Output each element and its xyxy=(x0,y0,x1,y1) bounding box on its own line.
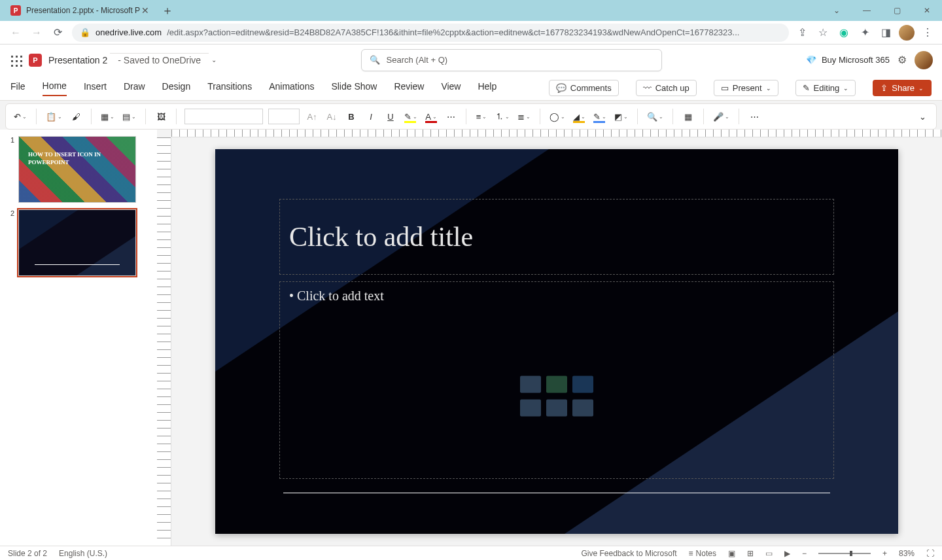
font-family-select[interactable] xyxy=(184,109,263,124)
extension-grammarly-icon[interactable]: ◉ xyxy=(835,24,853,42)
browser-menu-button[interactable]: ⋮ xyxy=(918,24,937,42)
app-launcher-icon[interactable] xyxy=(9,54,22,67)
font-color-button[interactable]: A⌄ xyxy=(424,107,438,126)
buy-label: Buy Microsoft 365 xyxy=(822,55,890,65)
sorter-view-button[interactable]: ⊞ xyxy=(747,549,754,558)
tab-slideshow[interactable]: Slide Show xyxy=(331,81,377,96)
slide-thumbnail-2[interactable] xyxy=(18,209,136,276)
designer-button[interactable]: ▦ xyxy=(681,107,695,126)
close-window-button[interactable]: ✕ xyxy=(912,0,942,21)
insert-video-icon[interactable] xyxy=(572,400,593,417)
catchup-button[interactable]: 〰Catch up xyxy=(636,80,697,96)
search-placeholder: Search (Alt + Q) xyxy=(387,55,448,65)
slideshow-view-button[interactable]: ▶ xyxy=(784,549,790,558)
thumb-1-title: HOW TO INSERT ICON IN POWERPOINT xyxy=(28,151,135,166)
comments-button[interactable]: 💬Comments xyxy=(549,80,619,96)
shape-fill-button[interactable]: ◢⌄ xyxy=(572,107,587,126)
main-area: 1 HOW TO INSERT ICON IN POWERPOINT 2 xyxy=(0,130,942,546)
close-tab-button[interactable]: ✕ xyxy=(140,5,150,16)
tab-review[interactable]: Review xyxy=(394,81,424,96)
doc-name: Presentation 2 xyxy=(48,55,107,65)
normal-view-button[interactable]: ▣ xyxy=(728,549,735,558)
picture-placeholder-button[interactable]: 🖼 xyxy=(154,107,168,126)
tab-transitions[interactable]: Transitions xyxy=(207,81,252,96)
slide-canvas[interactable]: Click to add title Click to add text xyxy=(215,149,898,534)
user-avatar[interactable] xyxy=(915,51,933,69)
chevron-down-icon[interactable]: ⌄ xyxy=(822,0,852,21)
slide-thumbnail-1[interactable]: HOW TO INSERT ICON IN POWERPOINT xyxy=(18,136,136,203)
search-input[interactable]: 🔍 Search (Alt + Q) xyxy=(361,49,662,71)
decrease-font-button[interactable]: A↓ xyxy=(324,107,339,126)
url-input[interactable]: 🔒 onedrive.live.com/edit.aspx?action=edi… xyxy=(72,24,789,42)
zoom-slider[interactable] xyxy=(818,553,871,554)
buy-microsoft-365-button[interactable]: 💎 Buy Microsoft 365 xyxy=(806,55,890,65)
more-commands-button[interactable]: ⋯ xyxy=(747,107,761,126)
back-button[interactable]: ← xyxy=(5,22,26,43)
insert-online-picture-icon[interactable] xyxy=(546,400,567,417)
zoom-in-button[interactable]: + xyxy=(882,549,887,558)
arrange-button[interactable]: ◩⌄ xyxy=(613,107,629,126)
italic-button[interactable]: I xyxy=(364,107,378,126)
feedback-button[interactable]: Give Feedback to Microsoft xyxy=(582,549,677,558)
font-size-select[interactable] xyxy=(268,109,300,124)
editing-mode-button[interactable]: ✎Editing⌄ xyxy=(795,80,856,96)
underline-button[interactable]: U xyxy=(383,107,398,126)
numbering-button[interactable]: ⒈⌄ xyxy=(494,107,511,126)
shape-outline-button[interactable]: ✎⌄ xyxy=(592,107,608,126)
title-placeholder[interactable]: Click to add title xyxy=(279,199,834,275)
new-slide-button[interactable]: ▦⌄ xyxy=(99,107,116,126)
insert-chart-icon[interactable] xyxy=(546,376,567,393)
dictate-button[interactable]: 🎤⌄ xyxy=(712,107,731,126)
tab-animations[interactable]: Animations xyxy=(269,81,314,96)
bullets-button[interactable]: ≡⌄ xyxy=(474,107,489,126)
forward-button[interactable]: → xyxy=(26,22,47,43)
share-button[interactable]: ⇪Share⌄ xyxy=(873,80,932,96)
side-panel-icon[interactable]: ◨ xyxy=(877,24,895,42)
present-button[interactable]: ▭Present⌄ xyxy=(714,80,778,96)
zoom-out-button[interactable]: − xyxy=(802,549,807,558)
settings-gear-icon[interactable]: ⚙ xyxy=(898,54,907,66)
tab-design[interactable]: Design xyxy=(162,81,191,96)
profile-avatar[interactable] xyxy=(898,24,916,42)
tab-help[interactable]: Help xyxy=(478,81,497,96)
insert-smartart-icon[interactable] xyxy=(572,376,593,393)
tab-home[interactable]: Home xyxy=(43,80,67,96)
bookmark-icon[interactable]: ☆ xyxy=(814,24,832,42)
minimize-button[interactable]: — xyxy=(852,0,882,21)
format-painter-button[interactable]: 🖌 xyxy=(69,107,83,126)
zoom-level[interactable]: 83% xyxy=(899,549,915,558)
fit-to-window-button[interactable]: ⛶ xyxy=(926,549,934,558)
insert-picture-icon[interactable] xyxy=(520,400,541,417)
layout-button[interactable]: ▤⌄ xyxy=(121,107,137,126)
reload-button[interactable]: ⟳ xyxy=(47,22,68,43)
insert-table-icon[interactable] xyxy=(520,376,541,393)
notes-button[interactable]: ≡Notes xyxy=(689,549,716,558)
undo-button[interactable]: ↶⌄ xyxy=(12,107,28,126)
bold-button[interactable]: B xyxy=(344,107,358,126)
increase-font-button[interactable]: A↑ xyxy=(305,107,319,126)
maximize-button[interactable]: ▢ xyxy=(882,0,912,21)
tab-file[interactable]: File xyxy=(10,81,26,96)
more-font-button[interactable]: ⋯ xyxy=(444,107,458,126)
reading-view-button[interactable]: ▭ xyxy=(765,549,773,558)
tab-draw[interactable]: Draw xyxy=(124,81,145,96)
align-button[interactable]: ≣⌄ xyxy=(516,107,532,126)
new-tab-button[interactable]: ＋ xyxy=(158,1,177,20)
find-button[interactable]: 🔍⌄ xyxy=(646,107,665,126)
tab-insert[interactable]: Insert xyxy=(84,81,107,96)
browser-tab[interactable]: P Presentation 2.pptx - Microsoft P ✕ xyxy=(4,0,156,21)
tab-view[interactable]: View xyxy=(441,81,461,96)
language-status[interactable]: English (U.S.) xyxy=(59,549,107,558)
shapes-button[interactable]: ◯⌄ xyxy=(548,107,567,126)
highlight-button[interactable]: ✎⌄ xyxy=(403,107,419,126)
app-header: P Presentation 2 - Saved to OneDrive ⌄ 🔍… xyxy=(0,44,942,76)
extensions-icon[interactable]: ✦ xyxy=(856,24,874,42)
thumb-number: 1 xyxy=(5,136,14,203)
share-page-icon[interactable]: ⇪ xyxy=(793,24,811,42)
document-title[interactable]: Presentation 2 - Saved to OneDrive ⌄ xyxy=(48,53,217,67)
slide-number-status[interactable]: Slide 2 of 2 xyxy=(8,549,47,558)
paste-button[interactable]: 📋⌄ xyxy=(44,107,63,126)
collapse-ribbon-button[interactable]: ⌄ xyxy=(915,107,930,126)
slide-background[interactable]: Click to add title Click to add text xyxy=(171,137,942,546)
content-placeholder[interactable]: Click to add text xyxy=(279,281,834,479)
